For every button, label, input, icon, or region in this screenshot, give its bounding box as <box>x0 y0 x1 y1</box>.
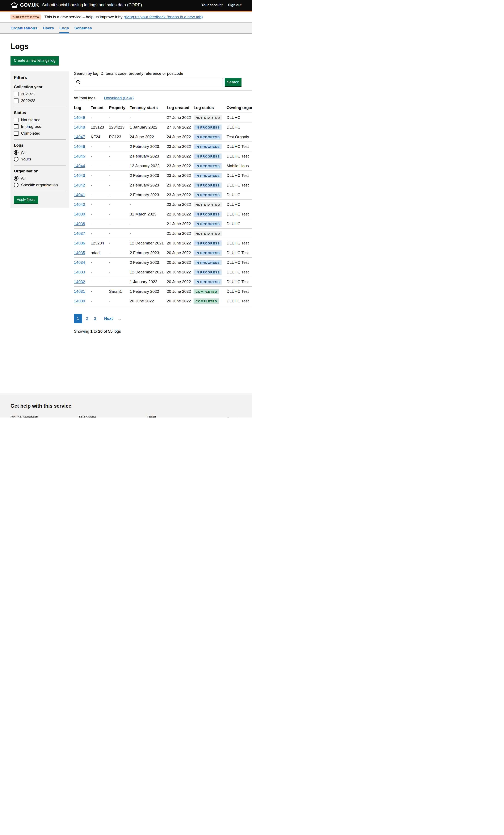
log-id-link[interactable]: 14042 <box>74 183 85 187</box>
service-name-link[interactable]: Submit social housing lettings and sales… <box>42 2 142 7</box>
checkbox-in-progress[interactable] <box>14 124 19 129</box>
property-cell: - <box>109 151 130 161</box>
table-row: 14036123234-12 December 202120 June 2022… <box>74 238 252 248</box>
table-row: 14035adad-2 February 202320 June 2022IN … <box>74 248 252 258</box>
log-id-link[interactable]: 14031 <box>74 289 85 293</box>
log-id-link[interactable]: 14045 <box>74 154 85 158</box>
checkbox-completed[interactable] <box>14 131 19 136</box>
pagination-page-2[interactable]: 2 <box>84 314 90 323</box>
log-id-link[interactable]: 14046 <box>74 144 85 149</box>
radio-row-logs-yours[interactable]: Yours <box>14 157 66 162</box>
tenant-cell: KF24 <box>91 132 109 142</box>
radio-row-organisation-all[interactable]: All <box>14 176 66 181</box>
log-created-cell: 21 June 2022 <box>167 219 194 229</box>
tenant-cell: - <box>91 209 109 219</box>
tenant-cell: - <box>91 113 109 122</box>
status-badge: IN PROGRESS <box>194 250 222 256</box>
phase-banner: SUPPORT BETA This is a new service – hel… <box>0 12 252 23</box>
log-id-link[interactable]: 14033 <box>74 270 85 274</box>
radio-logs-all[interactable] <box>14 150 19 155</box>
log-created-cell: 20 June 2022 <box>167 267 194 277</box>
checkbox-2022-23[interactable] <box>14 99 19 103</box>
owning-organisation-cell: DLUHC <box>227 200 252 209</box>
tenant-cell: - <box>91 200 109 209</box>
table-row: 14046--2 February 202323 June 2022IN PRO… <box>74 142 252 151</box>
radio-row-logs-all[interactable]: All <box>14 150 66 155</box>
log-id-link[interactable]: 14032 <box>74 280 85 284</box>
tenancy-starts-cell: 2 February 2023 <box>130 171 167 180</box>
footer-helpdesk-column: Online helpdesk CORE helpdesk (opens in … <box>11 415 79 418</box>
feedback-link[interactable]: giving us your feedback (opens in a new … <box>123 15 203 19</box>
radio-specific-organisation[interactable] <box>14 183 19 187</box>
table-row: 14042--2 February 202323 June 2022IN PRO… <box>74 180 252 190</box>
pagination-next-arrow-icon[interactable]: → <box>117 316 122 321</box>
radio-row-specific-organisation[interactable]: Specific organisation <box>14 183 66 187</box>
checkbox-row-2021-22[interactable]: 2021/22 <box>14 92 66 96</box>
checkbox-row-not-started[interactable]: Not started <box>14 118 66 122</box>
checkbox-row-in-progress[interactable]: In progress <box>14 124 66 129</box>
footer: Get help with this service Online helpde… <box>0 393 252 418</box>
log-id-link[interactable]: 14037 <box>74 231 85 236</box>
beta-tag: SUPPORT BETA <box>11 15 41 20</box>
header-nav: Your account Sign out <box>201 3 242 7</box>
log-id-link[interactable]: 14044 <box>74 164 85 168</box>
log-id-link[interactable]: 14043 <box>74 173 85 178</box>
owning-organisation-cell: DLUHC Test <box>227 238 252 248</box>
tenancy-starts-cell: - <box>130 229 167 238</box>
log-created-cell: 20 June 2022 <box>167 287 194 296</box>
footer-title: Get help with this service <box>11 403 242 409</box>
status-label: Status <box>14 110 66 115</box>
log-id-link[interactable]: 14049 <box>74 115 85 120</box>
log-id-link[interactable]: 14047 <box>74 135 85 139</box>
log-created-cell: 20 June 2022 <box>167 238 194 248</box>
search-button[interactable]: Search <box>225 78 242 86</box>
tenant-cell: - <box>91 142 109 151</box>
pagination: 1 2 3 Next → <box>74 314 252 323</box>
pagination-page-1-current[interactable]: 1 <box>74 314 82 323</box>
table-row: 14033--12 December 202120 June 2022IN PR… <box>74 267 252 277</box>
download-csv-link[interactable]: Download (CSV) <box>104 96 134 100</box>
log-id-link[interactable]: 14030 <box>74 299 85 303</box>
checkbox-not-started[interactable] <box>14 118 19 122</box>
showing-text: logs <box>113 329 121 333</box>
nav-item-schemes[interactable]: Schemes <box>74 23 92 34</box>
table-row: 14045--2 February 202323 June 2022IN PRO… <box>74 151 252 161</box>
pagination-next-link[interactable]: Next <box>102 314 115 323</box>
log-id-link[interactable]: 14036 <box>74 241 85 245</box>
radio-logs-yours[interactable] <box>14 157 19 162</box>
nav-item-logs[interactable]: Logs <box>59 23 69 34</box>
property-cell: - <box>109 219 130 229</box>
log-id-link[interactable]: 14034 <box>74 260 85 265</box>
apply-filters-button[interactable]: Apply filters <box>14 196 38 204</box>
log-id-link[interactable]: 14041 <box>74 192 85 197</box>
primary-navigation: Organisations Users Logs Schemes <box>0 23 252 34</box>
your-account-link[interactable]: Your account <box>201 3 223 7</box>
create-lettings-log-button[interactable]: Create a new lettings log <box>11 56 59 65</box>
search-input[interactable] <box>74 78 223 86</box>
log-id-link[interactable]: 14038 <box>74 222 85 226</box>
radio-organisation-all[interactable] <box>14 176 19 181</box>
tenant-cell: adad <box>91 248 109 258</box>
log-id-link[interactable]: 14035 <box>74 250 85 255</box>
owning-organisation-cell: DLUHC <box>227 113 252 122</box>
nav-item-users[interactable]: Users <box>43 23 54 34</box>
collection-year-label: Collection year <box>14 85 66 89</box>
sign-out-link[interactable]: Sign out <box>228 3 242 7</box>
checkbox-label: Not started <box>21 118 41 122</box>
total-logs-count: 55 <box>74 96 78 100</box>
log-id-link[interactable]: 14040 <box>74 202 85 207</box>
footer-email-column: Email dluhc.digital-services@levellingup… <box>146 415 215 418</box>
checkbox-label: In progress <box>21 124 41 129</box>
pagination-page-3[interactable]: 3 <box>92 314 98 323</box>
log-id-link[interactable]: 14048 <box>74 125 85 129</box>
checkbox-row-2022-23[interactable]: 2022/23 <box>14 99 66 103</box>
helpdesk-heading: Online helpdesk <box>11 415 79 418</box>
nav-item-organisations[interactable]: Organisations <box>11 23 37 34</box>
showing-text: of <box>102 329 108 333</box>
checkbox-row-completed[interactable]: Completed <box>14 131 66 136</box>
tenant-cell: - <box>91 258 109 267</box>
govuk-logotype[interactable]: GOV.UK <box>20 2 39 8</box>
property-cell: - <box>109 238 130 248</box>
checkbox-2021-22[interactable] <box>14 92 19 96</box>
log-id-link[interactable]: 14039 <box>74 212 85 216</box>
